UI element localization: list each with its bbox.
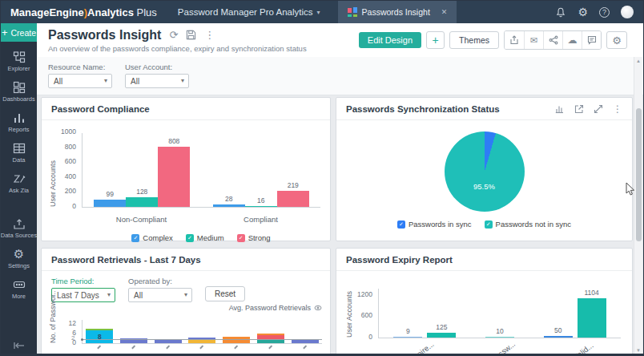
scroll-up-icon[interactable]: ▲ bbox=[634, 59, 642, 63]
legend-item[interactable]: Passwords in sync bbox=[397, 220, 472, 229]
kebab-menu-icon[interactable]: ⋮ bbox=[613, 103, 622, 115]
tab-passwords-insight[interactable]: Passwords Insight ✕ bbox=[338, 1, 457, 23]
stacked-bar[interactable] bbox=[257, 334, 284, 343]
create-button[interactable]: + Create bbox=[1, 23, 37, 42]
stacked-bar[interactable] bbox=[292, 339, 319, 343]
sidebar-item-data-sources[interactable]: Data Sources bbox=[1, 217, 37, 239]
bar-group: 10 bbox=[485, 337, 514, 338]
themes-button[interactable]: Themes bbox=[449, 31, 499, 49]
sidebar-item-data[interactable]: Data bbox=[1, 142, 37, 164]
sidebar-item-explorer[interactable]: Explorer bbox=[1, 51, 37, 72]
legend-label: Complex bbox=[143, 233, 173, 242]
tab-close-icon[interactable]: ✕ bbox=[441, 8, 448, 16]
dashboard-grid-icon bbox=[348, 7, 357, 17]
x-axis-tick-stubs bbox=[82, 346, 322, 348]
bar[interactable]: 219 bbox=[277, 191, 309, 207]
share-nodes-icon bbox=[549, 35, 558, 45]
sidebar-collapse-button[interactable] bbox=[1, 341, 37, 350]
sidebar-item-more[interactable]: More bbox=[1, 278, 37, 300]
dashboard-area: Password Compliance User Accounts 020040… bbox=[37, 95, 643, 354]
chart-type-icon[interactable] bbox=[555, 104, 565, 114]
y-tick-label: 0 bbox=[368, 333, 372, 341]
bar-segment bbox=[155, 340, 182, 343]
email-button[interactable]: ✉ bbox=[524, 31, 543, 49]
legend-checkbox-icon bbox=[485, 220, 493, 229]
legend-label: Medium bbox=[197, 233, 224, 242]
pie[interactable]: 95.5% bbox=[445, 131, 525, 212]
dashboards-icon bbox=[13, 81, 26, 94]
bell-icon[interactable] bbox=[555, 6, 566, 18]
sidebar: + Create Explorer Dashboards Reports Dat… bbox=[1, 23, 37, 354]
bar[interactable]: 128 bbox=[126, 197, 158, 207]
legend-checkbox-icon bbox=[131, 234, 139, 242]
edit-design-button[interactable]: Edit Design bbox=[359, 32, 421, 48]
bar[interactable]: 1104 bbox=[578, 298, 606, 338]
refresh-icon[interactable]: ⟳ bbox=[169, 29, 178, 41]
legend-item[interactable]: Medium bbox=[186, 233, 224, 242]
eye-icon[interactable] bbox=[314, 305, 322, 311]
open-in-new-icon[interactable] bbox=[574, 104, 584, 114]
sidebar-label: Settings bbox=[8, 262, 30, 269]
save-icon[interactable] bbox=[186, 30, 196, 40]
x-category-cell: Non-Compliant bbox=[82, 211, 201, 225]
bar[interactable]: 808 bbox=[158, 147, 190, 207]
bar-value-label: 1104 bbox=[585, 289, 599, 297]
sidebar-item-settings[interactable]: ⚙ Settings bbox=[1, 248, 37, 269]
expand-icon[interactable] bbox=[594, 104, 603, 114]
sidebar-item-dashboards[interactable]: Dashboards bbox=[1, 81, 37, 103]
share-button[interactable] bbox=[543, 31, 562, 49]
stacked-bar[interactable]: 8 bbox=[86, 329, 113, 343]
reset-button[interactable]: Reset bbox=[205, 286, 245, 301]
workspace-selector[interactable]: Password Manager Pro Analytics ▾ bbox=[178, 7, 320, 17]
x-category-label: Valid... bbox=[572, 341, 595, 354]
bar[interactable]: 10 bbox=[485, 337, 514, 338]
publish-button[interactable]: ☁ bbox=[562, 31, 582, 49]
bar[interactable]: 9 bbox=[393, 337, 422, 338]
scroll-down-icon[interactable]: ▼ bbox=[634, 348, 642, 353]
bar[interactable]: 50 bbox=[544, 336, 573, 338]
sidebar-label: Reports bbox=[8, 126, 29, 133]
page-header: Passwords Insight ⟳ ⋮ An overview of the… bbox=[37, 23, 643, 57]
vertical-scrollbar[interactable]: ▲ ▼ bbox=[634, 57, 642, 354]
stacked-bar[interactable] bbox=[155, 340, 182, 343]
operated-by-select[interactable]: All bbox=[128, 288, 192, 302]
retrievals-filters: Time Period: Last 7 Days Operated by: Al… bbox=[42, 271, 330, 302]
compliance-chart: User Accounts 02004006008001000991288082… bbox=[82, 133, 320, 242]
gear-icon[interactable]: ⚙ bbox=[578, 6, 588, 18]
sidebar-item-ask-zia[interactable]: Ask Zia bbox=[1, 172, 37, 194]
help-icon[interactable]: ? bbox=[599, 7, 610, 18]
settings-button[interactable]: ⚙ bbox=[606, 31, 627, 49]
bar[interactable]: 16 bbox=[245, 206, 277, 208]
comment-icon bbox=[587, 35, 597, 45]
bar[interactable]: 28 bbox=[213, 204, 245, 207]
time-period-select[interactable]: Last 7 Days bbox=[51, 288, 115, 302]
pie-slice-label: 95.5% bbox=[473, 182, 495, 191]
operated-by-field: Operated by: All bbox=[128, 277, 192, 302]
kebab-menu-icon[interactable]: ⋮ bbox=[204, 29, 215, 41]
legend-item[interactable]: Strong bbox=[237, 233, 271, 242]
stacked-bar[interactable] bbox=[223, 337, 250, 343]
add-button[interactable]: + bbox=[426, 31, 445, 49]
y-tick-label: 1000 bbox=[61, 127, 76, 136]
scrollbar-thumb[interactable] bbox=[636, 108, 642, 241]
resource-name-select[interactable]: All bbox=[48, 74, 112, 88]
ask-zia-icon bbox=[13, 172, 26, 185]
sidebar-item-reports[interactable]: Reports bbox=[1, 111, 37, 133]
bar-value-label: 16 bbox=[257, 196, 264, 204]
avatar[interactable] bbox=[621, 6, 634, 18]
logo-manageengine: ManageEngine bbox=[10, 6, 84, 18]
bar[interactable]: 125 bbox=[427, 333, 456, 338]
legend-checkbox-icon bbox=[186, 234, 194, 242]
average-line bbox=[83, 339, 322, 340]
user-account-select[interactable]: All bbox=[125, 74, 189, 88]
bar-value-label: 219 bbox=[288, 181, 299, 189]
legend-item[interactable]: Complex bbox=[131, 233, 173, 242]
compliance-plot: User Accounts 02004006008001000991288082… bbox=[82, 133, 320, 208]
legend-item[interactable]: Passwords not in sync bbox=[485, 220, 572, 229]
bar[interactable]: 99 bbox=[94, 200, 126, 207]
bar-value-label: 99 bbox=[107, 190, 114, 198]
bar-group: 501104 bbox=[544, 298, 606, 338]
export-button[interactable] bbox=[505, 31, 524, 49]
bar-value-label: 10 bbox=[496, 327, 503, 335]
comments-button[interactable] bbox=[582, 31, 601, 49]
